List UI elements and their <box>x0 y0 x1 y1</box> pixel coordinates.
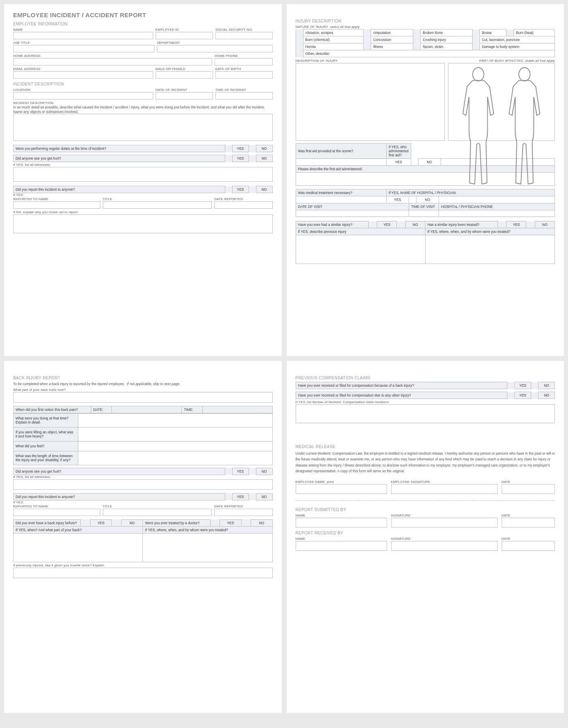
no-c2[interactable]: NO <box>539 392 555 399</box>
textarea-incdesc[interactable] <box>13 114 273 141</box>
input-visitdate[interactable] <box>296 210 409 217</box>
input-homephone[interactable] <box>215 58 272 65</box>
textarea-back-when[interactable] <box>14 533 143 562</box>
yes-2[interactable]: YES <box>232 155 249 162</box>
textarea-injdesc[interactable] <box>296 63 445 141</box>
input-edate[interactable] <box>502 484 555 494</box>
input-reptitle[interactable] <box>103 201 212 209</box>
yes-3[interactable]: YES <box>232 186 249 193</box>
body-diagram[interactable] <box>448 63 555 141</box>
section-incident-desc: INCIDENT DESCRIPTION <box>13 82 273 86</box>
input-jobtitle[interactable] <box>13 45 154 52</box>
nat-6: Concussion <box>371 36 413 43</box>
no-sim[interactable]: NO <box>405 221 425 228</box>
lbl-loc: LOCATION <box>13 88 153 92</box>
input-email[interactable] <box>13 71 153 79</box>
no-1[interactable]: NO <box>256 145 272 152</box>
no-3[interactable]: NO <box>256 186 272 193</box>
textarea-claimno[interactable] <box>296 404 555 423</box>
input-incdate[interactable] <box>156 92 213 99</box>
input-dob[interactable] <box>215 71 273 79</box>
input-visittime[interactable] <box>409 210 439 217</box>
no-brep[interactable]: NO <box>256 493 272 500</box>
q-back-report: Did you report this incident to anyone? <box>14 493 225 500</box>
input-backtime[interactable] <box>202 406 272 413</box>
textarea-backpart[interactable] <box>13 392 273 403</box>
input-name[interactable] <box>13 32 153 39</box>
input-subdate[interactable] <box>502 518 555 527</box>
lbl-homephone: HOME PHONE <box>215 54 272 58</box>
input-recdate[interactable] <box>502 541 555 551</box>
input-hpphone[interactable] <box>439 210 554 217</box>
input-repdate[interactable] <box>214 201 272 209</box>
input-backdate[interactable] <box>112 406 182 413</box>
input-brepname[interactable] <box>13 509 100 516</box>
textarea-back-trouble[interactable] <box>13 568 273 578</box>
q-back-feel: What did you feel? <box>14 441 78 451</box>
q-comp1: Have you ever received or filed for comp… <box>296 382 507 389</box>
no-2[interactable]: NO <box>256 155 272 162</box>
no-bb[interactable]: NO <box>121 519 143 526</box>
lbl-backpart: What part of your back hurts now? <box>13 388 273 392</box>
q-regular-duties: Were you performing regular duties at th… <box>14 145 225 152</box>
lbl-ename: EMPLOYEE NAME <box>296 480 325 484</box>
input-back-length[interactable] <box>78 451 272 465</box>
divider <box>296 500 555 501</box>
yes-med[interactable]: YES <box>386 196 409 203</box>
lbl-visittime: TIME OF VISIT <box>409 203 439 210</box>
textarea-back-wit[interactable] <box>13 479 273 490</box>
yes-brep[interactable]: YES <box>232 493 249 500</box>
input-empid[interactable] <box>156 32 213 39</box>
input-ssn[interactable] <box>215 32 273 39</box>
input-back-doing[interactable] <box>78 413 272 427</box>
yes-bb[interactable]: YES <box>90 519 111 526</box>
lbl-repname: REPORTED TO NAME <box>13 197 100 201</box>
textarea-ifno[interactable] <box>13 214 273 233</box>
yes-doc[interactable]: YES <box>220 519 241 526</box>
no-bsee[interactable]: NO <box>256 468 272 475</box>
lbl-subname: NAME <box>296 514 387 517</box>
lbl-empid: EMPLOYEE ID <box>156 28 213 32</box>
no-c1[interactable]: NO <box>539 382 555 389</box>
no-st[interactable]: NO <box>535 221 554 228</box>
back-note1: To be completed when a back injury is re… <box>13 382 125 386</box>
input-repname[interactable] <box>13 201 100 209</box>
input-back-feel[interactable] <box>78 441 272 451</box>
lbl-breptitle: TITLE <box>103 505 212 508</box>
input-esig[interactable] <box>391 484 498 494</box>
nat-10: Illness <box>371 43 413 50</box>
textarea-back-treated[interactable] <box>143 533 272 562</box>
yes-1[interactable]: YES <box>232 145 249 152</box>
input-homeaddr[interactable] <box>13 58 212 65</box>
yes-bsee[interactable]: YES <box>232 468 249 475</box>
textarea-prevTreat[interactable] <box>425 235 554 264</box>
input-recname[interactable] <box>296 541 387 551</box>
no-fa[interactable]: NO <box>418 159 441 166</box>
no-doc[interactable]: NO <box>251 519 272 526</box>
input-subsig[interactable] <box>391 518 498 527</box>
nature-of-injury-grid: Abrasion, scrapes Amputation Broken Bone… <box>296 29 555 57</box>
input-recsig[interactable] <box>391 541 498 551</box>
input-loc[interactable] <box>13 92 153 99</box>
yes-sim[interactable]: YES <box>377 221 397 228</box>
textarea-witnesses[interactable] <box>13 167 273 182</box>
input-brepdate[interactable] <box>214 509 272 516</box>
page-3: BACK INJURY REPORT To be completed when … <box>4 361 282 713</box>
input-subname[interactable] <box>296 518 387 527</box>
q-backbefore: Did you ever have a back injury before? <box>14 519 81 526</box>
yes-st[interactable]: YES <box>507 221 526 228</box>
input-ename[interactable] <box>296 484 387 494</box>
yes-c2[interactable]: YES <box>515 392 531 399</box>
nat-3: Bruise <box>480 29 506 36</box>
textarea-prevInj[interactable] <box>296 235 425 264</box>
note-bodypart: shade all that apply <box>525 59 555 63</box>
lbl-prevTreat: If YES, where, when, and by whom were yo… <box>425 228 554 235</box>
yes-c1[interactable]: YES <box>515 382 531 389</box>
input-inctime[interactable] <box>215 92 273 99</box>
no-med[interactable]: NO <box>416 196 439 203</box>
input-breptitle[interactable] <box>103 509 212 516</box>
input-dept[interactable] <box>157 45 272 52</box>
yes-fa[interactable]: YES <box>386 159 411 166</box>
input-back-lift[interactable] <box>78 427 272 441</box>
input-gender[interactable] <box>156 71 213 79</box>
